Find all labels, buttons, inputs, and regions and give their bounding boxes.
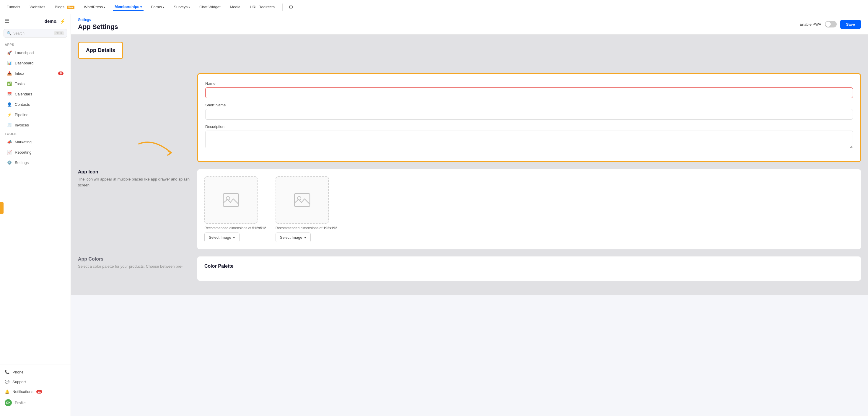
app-colors-desc: Select a color palette for your products… [78, 264, 190, 269]
app-icon-title: App Icon [78, 169, 190, 175]
enable-pwa-label: Enable PWA [800, 22, 821, 27]
calendars-icon: 📅 [7, 92, 12, 96]
support-icon: 💬 [5, 380, 9, 384]
lightning-icon[interactable]: ⚡ [60, 18, 66, 24]
sidebar-item-support[interactable]: 💬 Support [0, 377, 70, 387]
page-title: App Settings [78, 23, 118, 31]
left-edge-indicator [0, 202, 4, 214]
nav-forms[interactable]: Forms [150, 4, 166, 10]
description-label: Description [205, 124, 853, 129]
sidebar-item-marketing[interactable]: 📣 Marketing [2, 137, 68, 147]
nav-funnels[interactable]: Funnels [5, 4, 22, 10]
nav-wordpress[interactable]: WordPress [82, 4, 107, 10]
main-content-body: App Details Name Short Name [71, 35, 868, 295]
settings-icon: ⚙️ [7, 160, 12, 165]
content-area: Settings App Settings Enable PWA Save [71, 14, 868, 416]
app-icon-section: App Icon The icon will appear at multipl… [78, 169, 861, 249]
search-bar[interactable]: 🔍 Search ctrl K [4, 29, 67, 37]
sidebar-item-calendars[interactable]: 📅 Calendars [2, 89, 68, 99]
description-field-group: Description [205, 124, 853, 149]
notifications-badge: 21 [36, 390, 42, 393]
nav-url-redirects[interactable]: URL Redirects [248, 4, 276, 10]
image-placeholder-512 [205, 176, 257, 224]
avatar: GH [5, 399, 12, 406]
svg-rect-2 [294, 194, 310, 207]
enable-pwa-toggle[interactable] [825, 21, 837, 28]
sidebar-item-dashboard[interactable]: 📊 Dashboard [2, 58, 68, 68]
sidebar-item-tasks[interactable]: ✅ Tasks [2, 79, 68, 89]
search-icon: 🔍 [7, 31, 11, 35]
nav-blogs[interactable]: Blogs New [53, 4, 76, 10]
tools-section-label: Tools [0, 130, 70, 137]
reporting-icon: 📈 [7, 150, 12, 154]
dashboard-icon: 📊 [7, 61, 12, 65]
select-image-192-button[interactable]: Select Image ▾ [276, 233, 311, 242]
notifications-icon: 🔔 [5, 389, 9, 394]
save-button[interactable]: Save [840, 20, 861, 29]
app-icon-desc: The icon will appear at multiple places … [78, 176, 190, 188]
app-icon-card: Recommended dimensions of 512x512 Select… [197, 169, 861, 249]
sidebar-item-launchpad[interactable]: 🚀 Launchpad [2, 48, 68, 58]
name-input[interactable] [205, 87, 853, 98]
apps-section-label: Apps [0, 41, 70, 48]
app-details-form: Name Short Name Description [197, 73, 861, 162]
nav-divider [282, 4, 283, 11]
select-image-512-button[interactable]: Select Image ▾ [205, 233, 240, 242]
sidebar: ☰ demo. ⚡ 🔍 Search ctrl K Apps 🚀 Launchp… [0, 14, 71, 416]
search-shortcut: ctrl K [54, 31, 64, 35]
image-192-container: Recommended dimensions of 192x192 Select… [276, 176, 337, 242]
short-name-input[interactable] [205, 109, 853, 120]
sidebar-item-inbox[interactable]: 📥 Inbox 0 [2, 68, 68, 78]
image-placeholder-192 [276, 176, 329, 224]
inbox-icon: 📥 [7, 71, 12, 76]
sidebar-item-settings[interactable]: ⚙️ Settings [2, 158, 68, 168]
top-navigation: Funnels Websites Blogs New WordPress Mem… [0, 0, 868, 14]
nav-media[interactable]: Media [228, 4, 242, 10]
app-details-title: App Details [86, 47, 115, 53]
phone-icon: 📞 [5, 370, 9, 374]
sidebar-item-invoices[interactable]: 🧾 Invoices [2, 120, 68, 130]
invoices-icon: 🧾 [7, 123, 12, 127]
sidebar-item-notifications[interactable]: 🔔 Notifications 21 [0, 387, 70, 396]
image-512-dim-text: Recommended dimensions of 512x512 [205, 226, 266, 230]
app-details-card: App Details [78, 42, 123, 59]
tasks-icon: ✅ [7, 82, 12, 86]
short-name-field-group: Short Name [205, 103, 853, 120]
svg-point-1 [226, 197, 230, 200]
sidebar-item-pipeline[interactable]: ⚡ Pipeline [2, 110, 68, 120]
image-192-dim-text: Recommended dimensions of 192x192 [276, 226, 337, 230]
launchpad-icon: 🚀 [7, 51, 12, 55]
app-colors-title: App Colors [78, 257, 190, 262]
description-input[interactable] [205, 130, 853, 148]
page-header: Settings App Settings Enable PWA Save [71, 14, 868, 35]
nav-websites[interactable]: Websites [28, 4, 47, 10]
svg-rect-0 [223, 194, 239, 207]
name-label: Name [205, 81, 853, 86]
svg-point-3 [298, 197, 301, 200]
inbox-badge: 0 [58, 71, 63, 75]
nav-memberships[interactable]: Memberships [113, 3, 144, 11]
marketing-icon: 📣 [7, 140, 12, 144]
breadcrumb: Settings [78, 18, 118, 22]
color-palette-title: Color Palette [205, 264, 854, 269]
chevron-down-icon: ▾ [233, 235, 235, 240]
name-field-group: Name [205, 81, 853, 98]
search-text: Search [13, 31, 52, 35]
settings-gear-icon[interactable]: ⚙ [288, 4, 293, 10]
app-colors-section: App Colors Select a color palette for yo… [78, 257, 861, 281]
breadcrumb-settings-link[interactable]: Settings [78, 18, 91, 22]
hamburger-menu-icon[interactable]: ☰ [5, 18, 9, 24]
sidebar-item-contacts[interactable]: 👤 Contacts [2, 99, 68, 109]
nav-chat-widget[interactable]: Chat Widget [197, 4, 222, 10]
app-colors-card: Color Palette [197, 257, 861, 281]
short-name-label: Short Name [205, 103, 853, 107]
contacts-icon: 👤 [7, 102, 12, 107]
blogs-badge: New [67, 6, 75, 9]
sidebar-item-reporting[interactable]: 📈 Reporting [2, 147, 68, 157]
sidebar-item-profile[interactable]: GH Profile [0, 396, 70, 409]
sidebar-logo: demo. [44, 19, 58, 24]
image-pair: Recommended dimensions of 512x512 Select… [205, 176, 854, 242]
nav-surveys[interactable]: Surveys [172, 4, 192, 10]
sidebar-item-phone[interactable]: 📞 Phone [0, 367, 70, 377]
image-512-container: Recommended dimensions of 512x512 Select… [205, 176, 266, 242]
